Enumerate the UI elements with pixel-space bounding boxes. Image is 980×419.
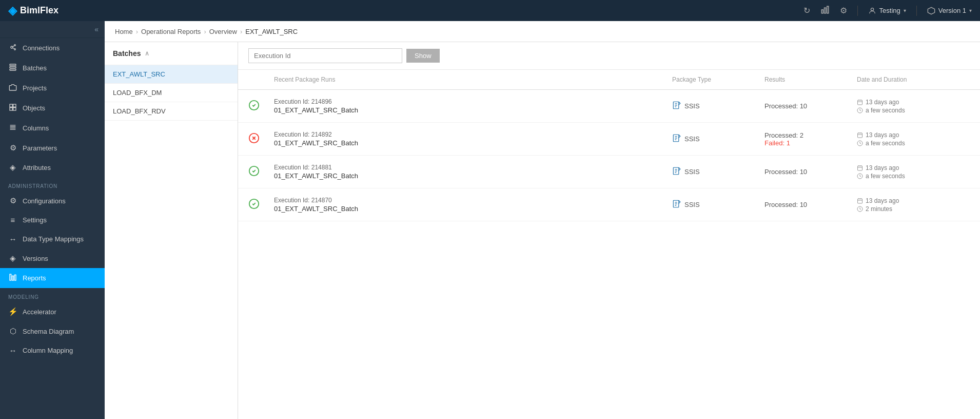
sidebar-item-columns[interactable]: Columns (0, 118, 105, 138)
version-menu[interactable]: Version 1 ▾ (927, 7, 972, 15)
sidebar-item-versions[interactable]: ◈ Versions (0, 249, 105, 268)
svg-rect-22 (12, 276, 14, 280)
sidebar: « Connections Batches Projects Objects (0, 21, 105, 419)
exec-id: Execution Id: 214881 (274, 164, 672, 171)
svg-marker-4 (928, 7, 934, 14)
run-name: 01_EXT_AWLT_SRC_Batch (274, 205, 672, 213)
parameters-icon: ⚙ (8, 143, 17, 153)
svg-point-7 (14, 49, 16, 50)
pkg-type-label: SSIS (684, 102, 700, 110)
results: Processed: 10 (765, 168, 857, 176)
sidebar-item-reports[interactable]: Reports (0, 268, 105, 288)
breadcrumb-sep3: › (240, 28, 242, 35)
show-button[interactable]: Show (406, 49, 440, 63)
refresh-icon[interactable]: ↻ (803, 6, 810, 15)
svg-rect-41 (858, 133, 863, 138)
user-menu[interactable]: Testing ▾ (868, 7, 906, 15)
exec-id: Execution Id: 214896 (274, 98, 672, 105)
batches-panel-title: Batches (113, 49, 141, 58)
svg-rect-2 (827, 6, 828, 13)
version-chevron: ▾ (969, 8, 972, 13)
projects-icon (8, 83, 17, 93)
sidebar-item-label: Batches (23, 64, 47, 72)
package-type: SSIS (672, 101, 765, 112)
breadcrumb-operational-reports[interactable]: Operational Reports (141, 28, 201, 35)
sidebar-item-label: Schema Diagram (23, 328, 74, 335)
schemadiagram-icon: ⬡ (8, 327, 17, 336)
date-duration: 13 days ago a few seconds (857, 99, 970, 114)
svg-rect-61 (858, 199, 863, 203)
svg-point-6 (14, 45, 16, 46)
package-type: SSIS (672, 134, 765, 145)
nav-divider (857, 6, 858, 16)
svg-rect-1 (824, 8, 826, 13)
breadcrumb-sep2: › (204, 28, 206, 35)
results: Processed: 10 (765, 102, 857, 110)
right-panel: Show Recent Package Runs Package Type Re… (238, 42, 980, 419)
batch-item-load-bfx-dm[interactable]: LOAD_BFX_DM (105, 84, 238, 102)
sidebar-item-objects[interactable]: Objects (0, 98, 105, 118)
date-duration: 13 days ago a few seconds (857, 164, 970, 180)
settings-icon[interactable]: ⚙ (840, 6, 847, 15)
col-recent-runs: Recent Package Runs (274, 74, 672, 85)
sidebar-item-label: Versions (23, 255, 48, 262)
table-row: Execution Id: 214896 01_EXT_AWLT_SRC_Bat… (238, 90, 980, 123)
sidebar-item-configurations[interactable]: ⚙ Configurations (0, 191, 105, 211)
columnmapping-icon: ↔ (8, 346, 17, 355)
sidebar-item-label: Configurations (23, 197, 66, 205)
logo-icon: ◈ (8, 4, 17, 17)
svg-point-5 (11, 46, 13, 48)
datatypemappings-icon: ↔ (8, 235, 17, 243)
admin-section-label: ADMINISTRATION (0, 177, 105, 191)
results: Processed: 2 Failed: 1 (765, 131, 857, 147)
sidebar-item-schemadiagram[interactable]: ⬡ Schema Diagram (0, 321, 105, 341)
pkg-type-label: SSIS (684, 168, 700, 176)
breadcrumb-overview[interactable]: Overview (209, 28, 237, 35)
svg-rect-14 (13, 104, 16, 107)
sidebar-item-batches[interactable]: Batches (0, 58, 105, 78)
ssis-icon (672, 166, 681, 178)
sidebar-item-parameters[interactable]: ⚙ Parameters (0, 138, 105, 158)
svg-rect-21 (10, 274, 11, 280)
accelerator-icon: ⚡ (8, 307, 17, 316)
sidebar-item-datatypemappings[interactable]: ↔ Data Type Mappings (0, 230, 105, 249)
user-label: Testing (879, 7, 900, 14)
analytics-icon[interactable] (820, 5, 830, 16)
status-icon-success (248, 198, 274, 211)
svg-point-3 (871, 8, 873, 10)
execution-id-input[interactable] (248, 48, 402, 63)
col-results: Results (765, 74, 857, 85)
sort-icon: ∧ (145, 50, 149, 57)
modeling-section-label: MODELING (0, 288, 105, 302)
sidebar-item-accelerator[interactable]: ⚡ Accelerator (0, 302, 105, 321)
exec-id: Execution Id: 214870 (274, 197, 672, 204)
exec-id: Execution Id: 214892 (274, 131, 672, 138)
status-icon-error (248, 132, 274, 145)
logo-text: BimlFlex (20, 5, 58, 16)
sidebar-item-label: Columns (23, 124, 49, 132)
breadcrumb: Home › Operational Reports › Overview › … (105, 21, 980, 42)
breadcrumb-home[interactable]: Home (115, 28, 133, 35)
batch-item-ext-awlt-src[interactable]: EXT_AWLT_SRC (105, 65, 238, 84)
svg-rect-15 (10, 108, 12, 110)
batch-item-load-bfx-rdv[interactable]: LOAD_BFX_RDV (105, 102, 238, 121)
results: Processed: 10 (765, 201, 857, 208)
ssis-icon (672, 134, 681, 145)
version-label: Version 1 (938, 7, 966, 14)
date-duration: 13 days ago 2 minutes (857, 197, 970, 213)
sidebar-item-label: Projects (23, 84, 47, 92)
package-type: SSIS (672, 199, 765, 211)
sidebar-item-columnmapping[interactable]: ↔ Column Mapping (0, 341, 105, 360)
sidebar-item-projects[interactable]: Projects (0, 78, 105, 98)
sidebar-item-settings[interactable]: ≡ Settings (0, 211, 105, 230)
breadcrumb-current: EXT_AWLT_SRC (245, 28, 298, 35)
sidebar-collapse-button[interactable]: « (94, 25, 99, 33)
connections-icon (8, 43, 17, 53)
sidebar-item-connections[interactable]: Connections (0, 38, 105, 58)
sidebar-item-label: Attributes (23, 164, 51, 172)
table-row: Execution Id: 214881 01_EXT_AWLT_SRC_Bat… (238, 156, 980, 188)
sidebar-item-attributes[interactable]: ◈ Attributes (0, 158, 105, 177)
svg-line-9 (13, 48, 14, 49)
svg-rect-16 (13, 108, 16, 110)
status-icon-success (248, 165, 274, 178)
